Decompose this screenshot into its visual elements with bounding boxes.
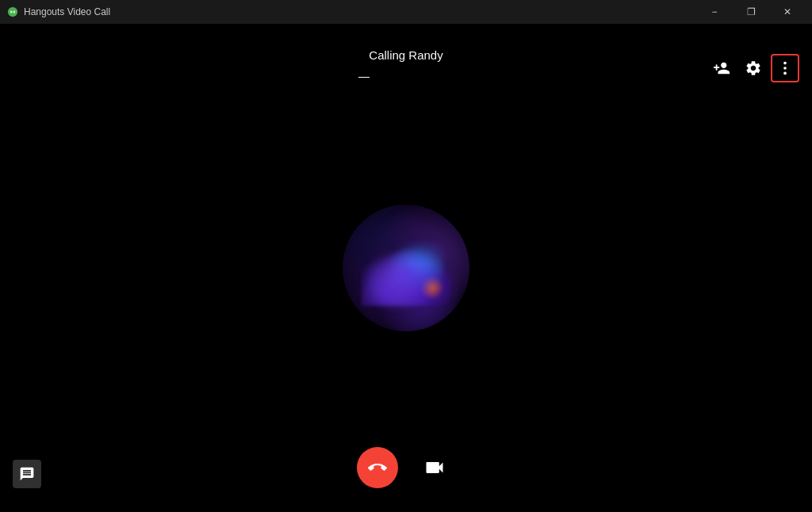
title-bar: Hangouts Video Call − ❐ ✕ (0, 0, 812, 24)
avatar (343, 204, 469, 331)
app-icon (6, 6, 19, 18)
svg-point-2 (783, 67, 787, 70)
more-options-button[interactable] (771, 54, 799, 82)
calling-dash: — (358, 70, 370, 82)
title-bar-left: Hangouts Video Call (6, 6, 110, 18)
more-options-icon (776, 59, 794, 77)
top-action-buttons (707, 54, 799, 82)
camera-toggle-button[interactable] (414, 447, 455, 488)
settings-icon (745, 59, 762, 77)
call-controls (357, 447, 455, 488)
end-call-icon (368, 458, 387, 477)
camera-icon (423, 457, 446, 479)
window-title: Hangouts Video Call (24, 6, 110, 17)
window-controls: − ❐ ✕ (696, 0, 806, 24)
minimize-button[interactable]: − (696, 0, 733, 24)
add-person-icon (713, 59, 730, 77)
main-video-area: Calling Randy — (0, 24, 812, 512)
restore-button[interactable]: ❐ (733, 0, 769, 24)
svg-point-3 (783, 72, 787, 75)
close-button[interactable]: ✕ (769, 0, 806, 24)
settings-button[interactable] (739, 54, 768, 82)
chat-button[interactable] (13, 460, 41, 488)
chat-icon (19, 466, 35, 482)
avatar-glow (420, 276, 444, 300)
end-call-button[interactable] (357, 447, 398, 488)
avatar-container (343, 204, 469, 331)
svg-point-1 (783, 62, 787, 65)
avatar-visual (343, 204, 469, 331)
add-person-button[interactable] (707, 54, 736, 82)
calling-status: Calling Randy (369, 48, 442, 62)
